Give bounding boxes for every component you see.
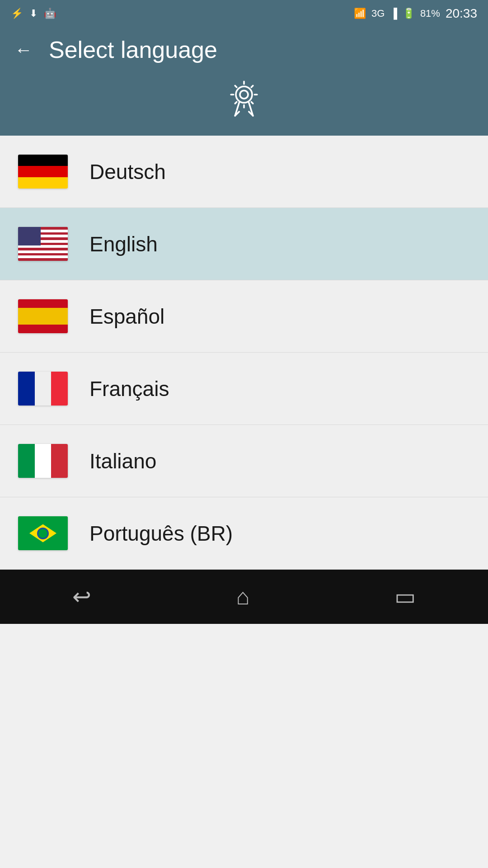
svg-point-0 — [236, 86, 252, 103]
android-icon: 🤖 — [44, 8, 56, 19]
battery-level: 81% — [420, 8, 440, 19]
status-icons-right: 📶 3G ▐ 🔋 81% 20:33 — [354, 6, 477, 21]
language-item-pt[interactable]: Português (BR) — [0, 497, 488, 570]
language-name-en: English — [89, 232, 158, 256]
nav-recent-button[interactable]: ▭ — [394, 584, 416, 610]
flag-fr — [18, 372, 68, 406]
network-label: 3G — [371, 8, 385, 19]
language-item-en[interactable]: English — [0, 208, 488, 280]
language-item-de[interactable]: Deutsch — [0, 136, 488, 208]
back-button[interactable]: ← — [14, 40, 33, 60]
language-item-it[interactable]: Italiano — [0, 425, 488, 497]
download-icon: ⬇ — [29, 8, 38, 19]
header-icon-area — [14, 72, 474, 136]
signal-icon: ▐ — [390, 8, 397, 19]
language-list: Deutsch English — [0, 136, 488, 570]
usb-icon: ⚡ — [11, 8, 23, 19]
flag-it — [18, 444, 68, 478]
flag-es — [18, 299, 68, 333]
header: ← Select language — [0, 27, 488, 136]
status-icons-left: ⚡ ⬇ 🤖 — [11, 8, 56, 19]
status-bar: ⚡ ⬇ 🤖 📶 3G ▐ 🔋 81% 20:33 — [0, 0, 488, 27]
nav-home-button[interactable]: ⌂ — [236, 584, 249, 610]
nav-bar: ↩ ⌂ ▭ — [0, 570, 488, 624]
page-title: Select language — [49, 36, 217, 63]
language-name-pt: Português (BR) — [89, 521, 233, 546]
flag-br — [18, 516, 68, 550]
header-top: ← Select language — [14, 27, 474, 72]
battery-icon: 🔋 — [403, 8, 415, 19]
nav-back-button[interactable]: ↩ — [72, 584, 91, 610]
language-name-es: Español — [89, 304, 164, 329]
svg-point-1 — [240, 90, 248, 99]
svg-line-9 — [251, 102, 253, 104]
svg-line-6 — [235, 85, 237, 87]
language-name-de: Deutsch — [89, 160, 166, 184]
wifi-icon: 📶 — [354, 8, 366, 19]
br-circle — [37, 528, 49, 539]
br-diamond — [29, 524, 56, 542]
award-icon — [224, 79, 264, 120]
language-item-es[interactable]: Español — [0, 280, 488, 353]
language-name-fr: Français — [89, 377, 169, 401]
svg-line-8 — [235, 102, 237, 104]
clock: 20:33 — [446, 6, 477, 21]
flag-de — [18, 155, 68, 189]
language-item-fr[interactable]: Français — [0, 353, 488, 425]
svg-line-7 — [251, 85, 253, 87]
flag-us — [18, 227, 68, 261]
language-name-it: Italiano — [89, 449, 156, 473]
